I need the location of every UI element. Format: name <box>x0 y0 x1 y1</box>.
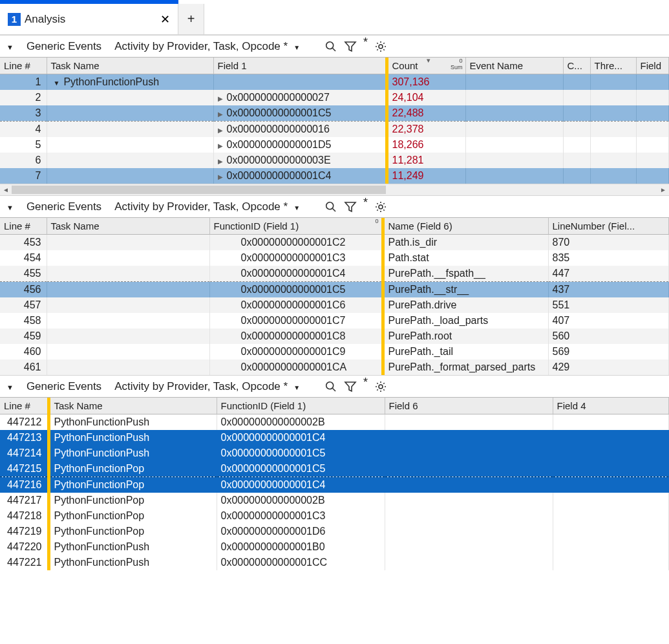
table-row[interactable]: 4530x00000000000001C2Path.is_dir870 <box>0 235 669 251</box>
table-row[interactable]: 1PythonFunctionPush307,136 <box>0 74 669 91</box>
col-field1[interactable]: Field 1 <box>213 58 387 74</box>
table-row[interactable]: 4570x00000000000001C6PurePath.drive551 <box>0 297 669 313</box>
f6-cell <box>385 461 553 477</box>
table-row[interactable]: 4580x00000000000001C7PurePath._load_part… <box>0 313 669 328</box>
f4-cell <box>553 430 669 445</box>
table-row[interactable]: 4540x00000000000001C3Path.stat835 <box>0 250 669 266</box>
add-tab-button[interactable]: + <box>178 4 204 34</box>
col-linenum[interactable]: LineNumber (Fiel... <box>548 218 669 235</box>
col-task[interactable]: Task Name <box>47 218 209 235</box>
row-expand-icon[interactable] <box>218 139 227 150</box>
horizontal-scrollbar[interactable]: ◄ ► <box>0 184 669 195</box>
linenum-cell: 407 <box>548 313 669 328</box>
table-row[interactable]: 447217PythonFunctionPop0x000000000000002… <box>0 493 669 508</box>
row-expand-icon[interactable] <box>218 123 227 134</box>
table-row[interactable]: 20x000000000000002724,104 <box>0 90 669 105</box>
f6-cell <box>385 508 553 524</box>
table-row[interactable]: 50x00000000000001D518,266 <box>0 137 669 153</box>
preset-dropdown[interactable]: Activity by Provider, Task, Opcode * <box>114 40 291 52</box>
gear-icon[interactable] <box>374 40 387 53</box>
svg-point-0 <box>326 41 334 48</box>
table-row[interactable]: 447220PythonFunctionPush0x00000000000001… <box>0 539 669 555</box>
panel1-header: Generic Events Activity by Provider, Tas… <box>0 35 669 57</box>
row-collapse-icon[interactable] <box>54 76 64 87</box>
table-row[interactable]: 30x00000000000001C522,488 <box>0 105 669 122</box>
table-row[interactable]: 447214PythonFunctionPush0x00000000000001… <box>0 445 669 461</box>
col-fid[interactable]: FunctionID (Field 1) 0 <box>209 218 383 235</box>
name-cell: Path.is_dir <box>383 235 548 251</box>
search-icon[interactable] <box>324 380 337 393</box>
table-row[interactable]: 4600x00000000000001C9PurePath._tail569 <box>0 344 669 360</box>
table-row[interactable]: 447213PythonFunctionPush0x00000000000001… <box>0 430 669 445</box>
collapse-icon[interactable] <box>6 380 20 393</box>
table-row[interactable]: 4610x00000000000001CAPurePath._format_pa… <box>0 360 669 375</box>
svg-point-3 <box>379 45 383 48</box>
scrollbar-thumb[interactable] <box>12 186 386 194</box>
scrollbar-track[interactable] <box>12 184 657 195</box>
thre-cell <box>590 105 636 122</box>
line-cell: 447213 <box>0 430 48 445</box>
collapse-icon[interactable] <box>6 40 20 53</box>
task-cell <box>47 266 209 282</box>
task-cell <box>47 297 209 313</box>
search-icon[interactable] <box>324 40 337 53</box>
col-line[interactable]: Line # <box>0 398 48 414</box>
table-row[interactable]: 447219PythonFunctionPop0x00000000000001D… <box>0 524 669 539</box>
col-fid[interactable]: FunctionID (Field 1) <box>217 398 385 414</box>
col-thre[interactable]: Thre... <box>590 58 636 74</box>
line-cell: 460 <box>0 344 47 360</box>
col-f6[interactable]: Field 6 <box>385 398 553 414</box>
panel2-table: Line # Task Name FunctionID (Field 1) 0 … <box>0 217 669 375</box>
table-row[interactable]: 447215PythonFunctionPop0x00000000000001C… <box>0 461 669 477</box>
col-task[interactable]: Task Name <box>48 398 217 414</box>
preset-dropdown[interactable]: Activity by Provider, Task, Opcode * <box>114 380 291 392</box>
task-cell: PythonFunctionPush <box>48 539 217 555</box>
close-icon[interactable]: ✕ <box>160 12 170 27</box>
gear-icon[interactable] <box>374 200 387 213</box>
chevron-down-icon <box>291 40 300 52</box>
scroll-right-icon[interactable]: ► <box>657 184 669 195</box>
col-line[interactable]: Line # <box>0 58 47 74</box>
search-icon[interactable] <box>324 200 337 213</box>
row-expand-icon[interactable] <box>218 107 227 118</box>
table-row[interactable]: 447221PythonFunctionPush0x00000000000001… <box>0 555 669 570</box>
col-f4[interactable]: Field 4 <box>553 398 669 414</box>
line-cell: 6 <box>0 153 47 168</box>
scroll-left-icon[interactable]: ◄ <box>0 184 12 195</box>
table-row[interactable]: 4560x00000000000001C5PurePath.__str__437 <box>0 282 669 298</box>
fid-cell: 0x000000000000002B <box>217 493 385 508</box>
col-line[interactable]: Line # <box>0 218 47 235</box>
table-row[interactable]: 447218PythonFunctionPop0x00000000000001C… <box>0 508 669 524</box>
col-count[interactable]: Count ▾ 0Sum <box>387 58 465 74</box>
table-row[interactable]: 447212PythonFunctionPush0x00000000000000… <box>0 414 669 431</box>
event-cell <box>465 105 563 122</box>
col-event[interactable]: Event Name <box>465 58 563 74</box>
table-row[interactable]: 40x000000000000001622,378 <box>0 122 669 138</box>
line-cell: 7 <box>0 168 47 184</box>
row-expand-icon[interactable] <box>218 92 227 103</box>
filter-icon[interactable] <box>344 200 357 213</box>
f4-cell <box>553 555 669 570</box>
name-cell: PurePath._format_parsed_parts <box>383 360 548 375</box>
col-field[interactable]: Field <box>636 58 669 74</box>
svg-marker-10 <box>345 382 356 391</box>
table-row[interactable]: 70x00000000000001C411,249 <box>0 168 669 184</box>
linenum-cell: 569 <box>548 344 669 360</box>
col-name[interactable]: Name (Field 6) <box>383 218 548 235</box>
filter-icon[interactable] <box>344 40 357 53</box>
gear-icon[interactable] <box>374 380 387 393</box>
table-row[interactable]: 447216PythonFunctionPop0x00000000000001C… <box>0 477 669 493</box>
row-expand-icon[interactable] <box>218 155 227 166</box>
task-cell: PythonFunctionPop <box>48 477 217 493</box>
row-expand-icon[interactable] <box>218 170 227 181</box>
filter-icon[interactable] <box>344 380 357 393</box>
col-c[interactable]: C... <box>563 58 590 74</box>
table-row[interactable]: 4550x00000000000001C4PurePath.__fspath__… <box>0 266 669 282</box>
tab-analysis[interactable]: 1 Analysis ✕ <box>0 4 178 34</box>
table-row[interactable]: 60x000000000000003E11,281 <box>0 153 669 168</box>
table-row[interactable]: 4590x00000000000001C8PurePath.root560 <box>0 328 669 344</box>
provider-label: Generic Events <box>27 40 101 53</box>
col-task[interactable]: Task Name <box>47 58 213 74</box>
collapse-icon[interactable] <box>6 200 20 213</box>
preset-dropdown[interactable]: Activity by Provider, Task, Opcode * <box>114 200 291 213</box>
